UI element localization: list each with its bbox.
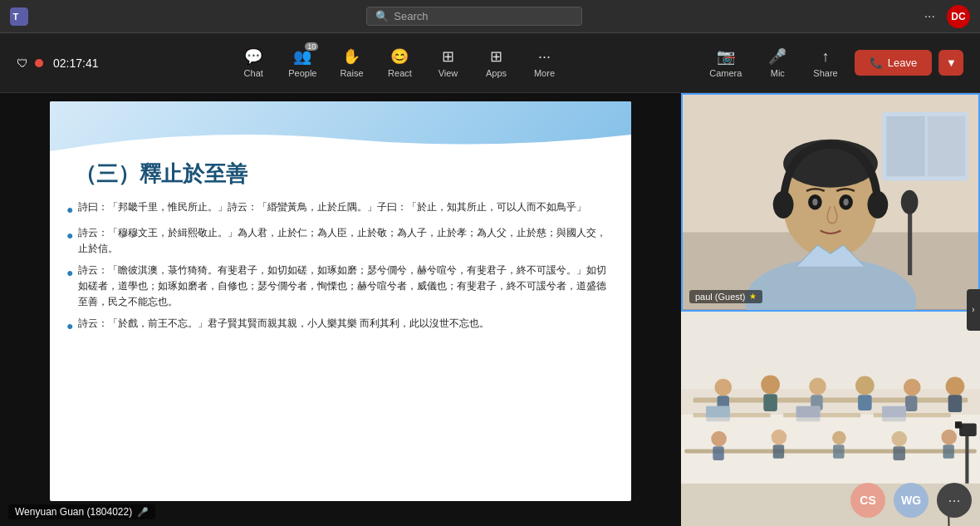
avatar-row: CS WG ··· [850, 483, 972, 518]
svg-rect-53 [893, 446, 904, 460]
people-label: People [288, 68, 316, 78]
raise-label: Raise [340, 68, 363, 78]
slide-bullet: ●詩曰：「邦畿千里，惟民所止。」詩云：「緡蠻黃鳥，止於丘隅。」子曰：「於止，知其… [66, 199, 615, 219]
search-icon: 🔍 [375, 10, 389, 22]
presenter-mic-icon: 🎤 [137, 507, 149, 518]
svg-rect-18 [908, 206, 912, 275]
svg-rect-45 [684, 449, 977, 453]
guest-star-icon: ★ [749, 292, 757, 301]
bullet-dot: ● [66, 263, 73, 283]
chat-button[interactable]: 💬 Chat [232, 42, 275, 83]
svg-point-48 [772, 429, 787, 445]
search-bar[interactable]: 🔍 Search [366, 7, 582, 26]
leave-label: Leave [888, 57, 917, 69]
slide-title: （三）釋止於至善 [50, 151, 631, 193]
toolbar-right: 📷̶ Camera 🎤 Mic ↑ Share 📞 Leave ▼ [699, 42, 963, 83]
svg-point-16 [812, 199, 817, 205]
bullet-dot: ● [66, 226, 73, 245]
presenter-label: Wenyuan Guan (1804022) 🎤 [8, 504, 155, 519]
svg-point-12 [773, 191, 794, 219]
share-label: Share [813, 68, 837, 78]
more-options-icon[interactable]: ··· [921, 6, 938, 27]
more-participants-icon: ··· [948, 492, 960, 509]
svg-rect-56 [959, 423, 977, 436]
raise-icon: ✋ [342, 47, 360, 66]
speaker-name: paul (Guest) [695, 292, 746, 302]
mic-button[interactable]: 🎤 Mic [758, 42, 796, 83]
slide-bullet: ●詩云：「於戲，前王不忘。」君子賢其賢而親其親，小人樂其樂 而利其利，此以沒世不… [66, 316, 615, 336]
recording-timer: 02:17:41 [53, 57, 99, 70]
svg-rect-27 [763, 394, 777, 411]
svg-rect-57 [955, 421, 962, 428]
topbar-right: ··· DC [921, 5, 970, 28]
bullet-text: 詩曰：「邦畿千里，惟民所止。」詩云：「緡蠻黃鳥，止於丘隅。」子曰：「於止，知其所… [78, 199, 615, 215]
view-icon: ⊞ [442, 47, 454, 66]
chevron-right-icon: › [972, 305, 974, 314]
camera-button[interactable]: 📷̶ Camera [699, 42, 752, 83]
leave-dropdown-button[interactable]: ▼ [938, 50, 963, 76]
presentation-slide: （三）釋止於至善 ●詩曰：「邦畿千里，惟民所止。」詩云：「緡蠻黃鳥，止於丘隅。」… [50, 101, 631, 501]
apps-label: Apps [486, 68, 507, 78]
share-icon: ↑ [822, 48, 830, 66]
slide-area: （三）釋止於至善 ●詩曰：「邦畿千里，惟民所止。」詩云：「緡蠻黃鳥，止於丘隅。」… [0, 93, 681, 526]
svg-rect-49 [773, 445, 784, 459]
svg-point-13 [867, 191, 888, 219]
user-avatar[interactable]: DC [947, 5, 970, 28]
svg-rect-36 [693, 413, 771, 417]
people-button[interactable]: 👥10 People [280, 42, 325, 83]
svg-rect-55 [943, 445, 953, 459]
recording-indicator [35, 59, 43, 67]
svg-point-34 [946, 376, 965, 396]
more-button[interactable]: ··· More [522, 43, 566, 83]
svg-point-28 [809, 377, 826, 395]
svg-point-32 [904, 378, 921, 396]
view-button[interactable]: ⊞ View [426, 42, 469, 83]
svg-rect-7 [928, 116, 965, 176]
phone-end-icon: 📞 [870, 57, 883, 69]
svg-rect-58 [965, 435, 968, 487]
teams-logo-icon: T [10, 7, 28, 26]
svg-rect-33 [905, 396, 917, 411]
react-icon: 😊 [390, 47, 409, 66]
presenter-name: Wenyuan Guan (1804022) [15, 506, 132, 518]
view-label: View [439, 68, 458, 78]
react-button[interactable]: 😊 React [378, 42, 421, 83]
apps-button[interactable]: ⊞ Apps [474, 42, 517, 83]
people-icon: 👥10 [293, 47, 311, 66]
slide-header [50, 101, 631, 151]
mic-label: Mic [771, 68, 785, 78]
svg-rect-6 [886, 116, 925, 176]
svg-rect-23 [693, 397, 968, 402]
speaker-video: paul (Guest) ★ [681, 93, 980, 312]
bullet-dot: ● [66, 317, 73, 336]
svg-point-19 [901, 190, 919, 214]
shield-icon: 🛡 [17, 57, 28, 70]
expand-panel-button[interactable]: › [967, 289, 980, 331]
svg-rect-42 [796, 406, 821, 416]
mic-off-icon: 🎤 [768, 47, 786, 66]
share-button[interactable]: ↑ Share [803, 43, 847, 83]
bullet-text: 詩云：「穆穆文王，於緝熙敬止。」為人君，止於仁；為人臣，止於敬；為人子，止於孝；… [78, 225, 615, 257]
slide-content: ●詩曰：「邦畿千里，惟民所止。」詩云：「緡蠻黃鳥，止於丘隅。」子曰：「於止，知其… [50, 193, 631, 350]
svg-point-46 [711, 430, 727, 446]
toolbar-left: 🛡 02:17:41 [17, 57, 99, 70]
video-panel: paul (Guest) ★ [681, 93, 980, 526]
svg-rect-40 [706, 406, 730, 416]
raise-button[interactable]: ✋ Raise [330, 42, 373, 83]
camera-off-icon: 📷̶ [717, 47, 735, 66]
slide-bullet: ●詩云：「穆穆文王，於緝熙敬止。」為人君，止於仁；為人臣，止於敬；為人子，止於孝… [66, 225, 615, 257]
main-content: （三）釋止於至善 ●詩曰：「邦畿千里，惟民所止。」詩云：「緡蠻黃鳥，止於丘隅。」… [0, 93, 980, 526]
participant-cs-avatar[interactable]: CS [850, 483, 885, 518]
bullet-text: 詩云：「瞻彼淇澳，菉竹猗猗。有斐君子，如切如磋，如琢如磨；瑟兮僩兮，赫兮喧兮，有… [78, 263, 615, 310]
svg-point-54 [941, 429, 957, 445]
participant-wg-avatar[interactable]: WG [894, 483, 929, 518]
toolbar-center: 💬 Chat 👥10 People ✋ Raise 😊 React ⊞ View… [232, 42, 566, 83]
more-participants-button[interactable]: ··· [937, 483, 972, 518]
more-icon: ··· [538, 48, 551, 66]
chat-icon: 💬 [244, 47, 262, 66]
apps-icon: ⊞ [490, 47, 502, 66]
svg-rect-22 [681, 312, 980, 389]
speaker-label: paul (Guest) ★ [689, 290, 762, 303]
bullet-text: 詩云：「於戲，前王不忘。」君子賢其賢而親其親，小人樂其樂 而利其利，此以沒世不忘… [78, 316, 615, 332]
leave-button[interactable]: 📞 Leave [855, 50, 932, 76]
